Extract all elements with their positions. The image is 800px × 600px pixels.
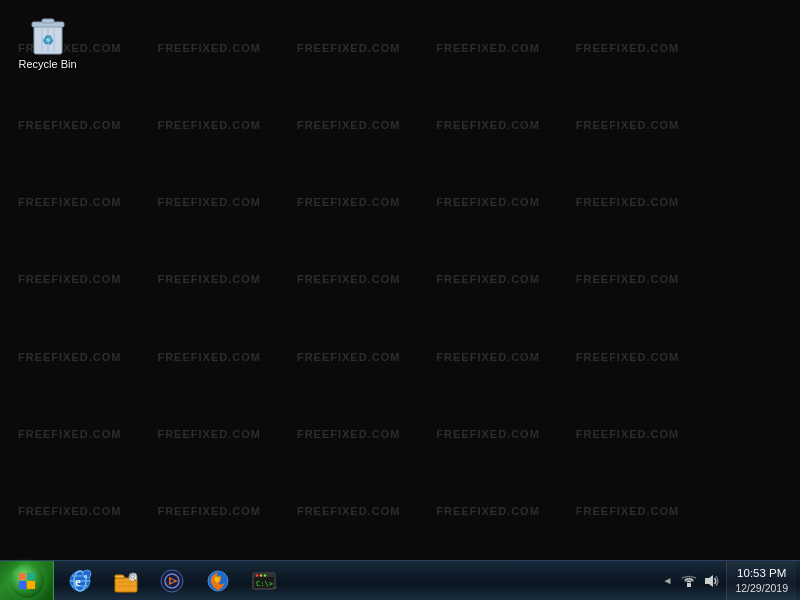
tray-network-icon[interactable] (680, 572, 698, 590)
clock[interactable]: 10:53 PM 12/29/2019 (726, 561, 796, 600)
taskbar-mediaplayer-button[interactable] (150, 563, 194, 599)
svg-text:C:\>_: C:\>_ (256, 580, 277, 588)
taskbar-terminal-button[interactable]: C:\>_ (242, 563, 286, 599)
svg-point-32 (264, 574, 266, 576)
tray-volume-icon[interactable] (702, 572, 720, 590)
start-orb (10, 564, 44, 598)
firefox-icon (205, 568, 231, 594)
tray-icons: ◄ (652, 572, 726, 590)
svg-rect-2 (42, 19, 54, 23)
svg-marker-35 (705, 575, 713, 587)
taskbar-firefox-button[interactable] (196, 563, 240, 599)
taskbar-icons: e e (54, 561, 290, 600)
start-button[interactable] (0, 561, 54, 601)
clock-time: 10:53 PM (737, 565, 786, 581)
system-tray: ◄ 10:53 PM (648, 561, 800, 600)
tray-expand-button[interactable]: ◄ (658, 572, 676, 590)
filemanager-icon (113, 568, 139, 594)
clock-date: 12/29/2019 (735, 581, 788, 596)
svg-point-30 (256, 574, 258, 576)
svg-rect-33 (687, 583, 691, 587)
terminal-icon: C:\>_ (251, 568, 277, 594)
svg-text:e: e (75, 574, 81, 589)
desktop: FREEFIXED.COM FREEFIXED.COM FREEFIXED.CO… (0, 0, 800, 560)
recycle-bin-icon[interactable]: ♻ Recycle Bin (10, 8, 85, 75)
taskbar-filemanager-button[interactable] (104, 563, 148, 599)
windows-logo-icon (19, 573, 35, 589)
watermark-container: FREEFIXED.COM FREEFIXED.COM FREEFIXED.CO… (0, 0, 800, 560)
svg-point-24 (170, 579, 174, 583)
svg-point-31 (260, 574, 262, 576)
taskbar: e e (0, 560, 800, 600)
mediaplayer-icon (159, 568, 185, 594)
ie-icon: e e (67, 568, 93, 594)
taskbar-ie-button[interactable]: e e (58, 563, 102, 599)
recycle-bin-image: ♻ (27, 12, 69, 54)
recycle-bin-label: Recycle Bin (18, 58, 76, 71)
